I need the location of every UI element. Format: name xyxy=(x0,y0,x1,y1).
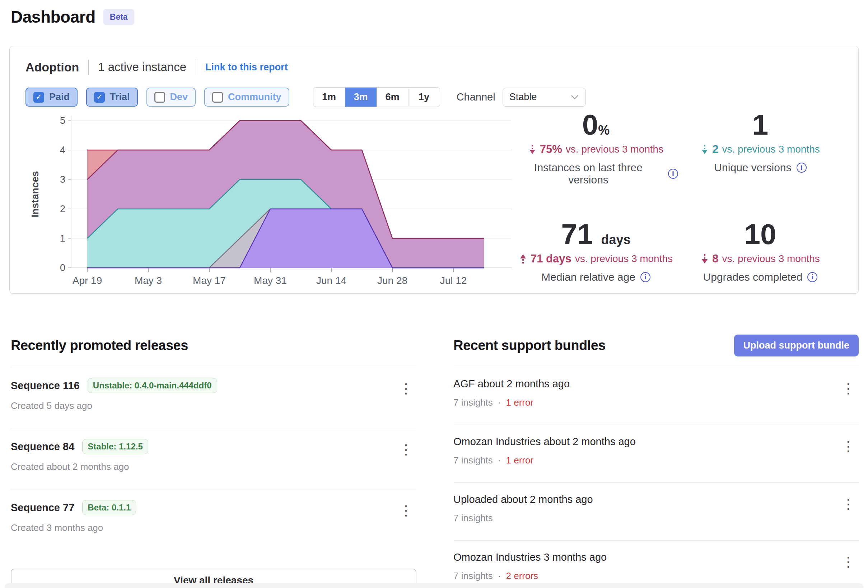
bundle-errors: 2 errors xyxy=(506,570,539,582)
page-title: Dashboard xyxy=(11,7,96,27)
stat-unique-versions: 1 2 vs. previous 3 months Unique version… xyxy=(678,110,843,191)
filter-community[interactable]: Community xyxy=(204,87,289,106)
svg-text:Jun 14: Jun 14 xyxy=(316,275,346,286)
release-row: Sequence 84 Stable: 1.12.5 Created about… xyxy=(11,428,416,489)
stat-delta-value: 8 xyxy=(712,253,718,265)
release-title: Sequence 77 xyxy=(11,502,74,514)
kebab-menu-icon[interactable]: ⋮ xyxy=(841,555,855,569)
filter-paid[interactable]: ✓ Paid xyxy=(25,87,78,106)
stat-value: 10 xyxy=(744,218,776,250)
kebab-menu-icon[interactable]: ⋮ xyxy=(399,443,413,456)
stat-label: Unique versions xyxy=(714,161,791,174)
channel-select[interactable]: Stable xyxy=(503,88,586,106)
kebab-menu-icon[interactable]: ⋮ xyxy=(399,381,413,395)
divider xyxy=(196,60,196,75)
release-channel-badge: Beta: 0.1.1 xyxy=(82,500,136,515)
info-icon[interactable]: i xyxy=(641,272,651,282)
adoption-title: Adoption xyxy=(25,60,79,74)
arrow-down-dashed-icon xyxy=(701,253,709,264)
chevron-down-icon xyxy=(570,95,579,100)
checkbox-checked-icon: ✓ xyxy=(94,92,105,103)
bundles-heading: Recent support bundles xyxy=(453,338,605,353)
upload-support-bundle-button[interactable]: Upload support bundle xyxy=(734,335,859,356)
stat-delta-note: vs. previous 3 months xyxy=(575,253,673,264)
release-created: Created 3 months ago xyxy=(11,522,416,533)
kebab-menu-icon[interactable]: ⋮ xyxy=(841,381,855,395)
bundle-row: Omozan Industries about 2 months ago 7 i… xyxy=(453,425,859,482)
filter-dev-label: Dev xyxy=(170,92,188,103)
bundle-insights: 7 insights xyxy=(453,397,493,408)
filter-trial-label: Trial xyxy=(110,92,130,103)
release-row: Sequence 116 Unstable: 0.4.0-main.444ddf… xyxy=(11,367,416,428)
separator-dot: · xyxy=(498,455,501,466)
stat-delta-value: 2 xyxy=(712,143,718,156)
stat-value: 0 xyxy=(582,109,598,141)
stat-delta-note: vs. previous 3 months xyxy=(566,143,663,155)
bundle-insights: 7 insights xyxy=(453,570,493,582)
svg-text:May 17: May 17 xyxy=(193,275,226,286)
adoption-area-chart: 012345Apr 19May 3May 17May 31Jun 14Jun 2… xyxy=(25,109,514,288)
divider xyxy=(88,60,89,75)
bundle-row: Omozan Industries 3 months ago 7 insight… xyxy=(453,540,859,588)
kebab-menu-icon[interactable]: ⋮ xyxy=(399,504,413,517)
svg-text:3: 3 xyxy=(60,174,65,185)
release-channel-badge: Stable: 1.12.5 xyxy=(82,439,148,454)
bundle-errors: 1 error xyxy=(506,455,534,466)
info-icon[interactable]: i xyxy=(797,163,807,173)
stat-label: Instances on last three versions xyxy=(514,161,663,186)
bundle-insights: 7 insights xyxy=(453,513,493,524)
stat-value: 71 xyxy=(561,218,593,250)
arrow-down-dashed-icon xyxy=(528,143,536,155)
page-header: Dashboard Beta xyxy=(11,7,134,27)
info-icon[interactable]: i xyxy=(807,272,817,282)
svg-text:5: 5 xyxy=(60,115,65,126)
range-3m[interactable]: 3m xyxy=(345,87,376,106)
release-title: Sequence 116 xyxy=(11,380,80,392)
range-1y[interactable]: 1y xyxy=(408,87,440,106)
time-range-selector: 1m 3m 6m 1y xyxy=(313,87,440,107)
active-instance-count: 1 active instance xyxy=(98,60,186,74)
svg-text:Apr 19: Apr 19 xyxy=(72,275,102,286)
release-created: Created about 2 months ago xyxy=(11,461,416,473)
link-to-report[interactable]: Link to this report xyxy=(205,62,288,73)
svg-text:May 3: May 3 xyxy=(134,275,162,286)
stat-label: Median relative age xyxy=(541,271,635,283)
bundle-row: AGF about 2 months ago 7 insights · 1 er… xyxy=(453,367,859,425)
filter-trial[interactable]: ✓ Trial xyxy=(86,87,138,106)
range-1m[interactable]: 1m xyxy=(313,87,345,106)
release-created: Created 5 days ago xyxy=(11,400,416,411)
bundle-title: AGF about 2 months ago xyxy=(453,378,859,390)
checkbox-unchecked-icon xyxy=(212,92,223,103)
stat-delta-note: vs. previous 3 months xyxy=(722,143,819,155)
channel-select-value: Stable xyxy=(509,92,537,103)
separator-dot: · xyxy=(498,570,501,582)
stat-upgrades-completed: 10 8 vs. previous 3 months Upgrades comp… xyxy=(678,219,843,288)
stat-median-relative-age: 71 days 71 days vs. previous 3 months Me… xyxy=(514,219,678,288)
stat-delta-value: 71 days xyxy=(531,253,571,265)
stat-value: 1 xyxy=(753,109,769,141)
filter-dev[interactable]: Dev xyxy=(146,87,196,106)
release-row: Sequence 77 Beta: 0.1.1 Created 3 months… xyxy=(11,489,416,550)
svg-text:Jul 12: Jul 12 xyxy=(440,275,467,286)
range-6m[interactable]: 6m xyxy=(376,87,408,106)
info-icon[interactable]: i xyxy=(668,169,678,179)
stat-instances-last-versions: 0% 75% vs. previous 3 months Instances o… xyxy=(514,110,678,191)
adoption-card-header: Adoption 1 active instance Link to this … xyxy=(25,59,843,75)
adoption-stats: 0% 75% vs. previous 3 months Instances o… xyxy=(514,109,843,288)
svg-text:Jun 28: Jun 28 xyxy=(377,275,407,286)
kebab-menu-icon[interactable]: ⋮ xyxy=(841,439,855,453)
svg-text:Instances: Instances xyxy=(30,171,41,217)
stat-delta-note: vs. previous 3 months xyxy=(722,253,819,264)
kebab-menu-icon[interactable]: ⋮ xyxy=(841,497,855,511)
stat-unit: days xyxy=(601,232,631,247)
svg-text:0: 0 xyxy=(60,262,65,273)
arrow-up-dashed-icon xyxy=(519,253,527,264)
svg-text:4: 4 xyxy=(60,145,65,155)
release-channel-badge: Unstable: 0.4.0-main.444ddf0 xyxy=(88,378,217,393)
releases-heading: Recently promoted releases xyxy=(11,338,188,353)
checkbox-unchecked-icon xyxy=(154,92,165,103)
release-title: Sequence 84 xyxy=(11,441,74,453)
stat-label: Upgrades completed xyxy=(703,271,803,283)
bundle-row: Uploaded about 2 months ago 7 insights ⋮ xyxy=(453,482,859,540)
bundle-insights: 7 insights xyxy=(453,455,493,466)
